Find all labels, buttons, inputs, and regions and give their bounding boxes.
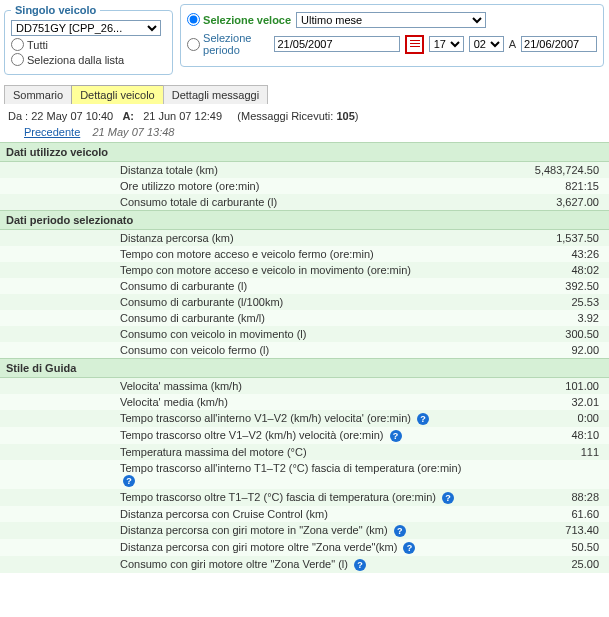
row-value: 25.53 bbox=[479, 294, 609, 310]
date-to-input[interactable] bbox=[521, 36, 597, 52]
table-row: Consumo con giri motore oltre "Zona Verd… bbox=[0, 556, 609, 573]
tab-vehicle[interactable]: Dettagli veicolo bbox=[71, 85, 164, 104]
row-label: Distanza totale (km) bbox=[0, 162, 479, 178]
row-value: 61.60 bbox=[479, 506, 609, 522]
row-label: Consumo di carburante (l/100km) bbox=[0, 294, 479, 310]
quick-select-radio[interactable]: Selezione veloce bbox=[187, 13, 291, 26]
table-row: Distanza percorsa con giri motore in "Zo… bbox=[0, 522, 609, 539]
msgs-close: ) bbox=[355, 110, 359, 122]
from-value: 22 May 07 10:40 bbox=[31, 110, 113, 122]
table-row: Consumo di carburante (l/100km)25.53 bbox=[0, 294, 609, 310]
help-icon[interactable]: ? bbox=[442, 492, 454, 504]
row-value: 48:02 bbox=[479, 262, 609, 278]
row-value: 392.50 bbox=[479, 278, 609, 294]
table-row: Distanza percorsa (km)1,537.50 bbox=[0, 230, 609, 246]
row-value: 1,537.50 bbox=[479, 230, 609, 246]
opt-list-input[interactable] bbox=[11, 53, 24, 66]
row-label: Tempo trascorso all'interno T1–T2 (°C) f… bbox=[0, 460, 479, 489]
date-from-input[interactable] bbox=[274, 36, 400, 52]
table-row: Tempo trascorso oltre T1–T2 (°C) fascia … bbox=[0, 489, 609, 506]
quick-select-label: Selezione veloce bbox=[203, 14, 291, 26]
row-value: 50.50 bbox=[479, 539, 609, 556]
row-label: Velocita' massima (km/h) bbox=[0, 378, 479, 394]
section-title: Dati utilizzo veicolo bbox=[0, 142, 609, 162]
period-input[interactable] bbox=[187, 38, 200, 51]
table-row: Tempo con motore acceso e veicolo fermo … bbox=[0, 246, 609, 262]
tab-summary[interactable]: Sommario bbox=[4, 85, 72, 104]
opt-all-label: Tutti bbox=[27, 39, 48, 51]
row-value: 101.00 bbox=[479, 378, 609, 394]
msgs-label: (Messaggi Ricevuti: bbox=[237, 110, 336, 122]
quick-range-select[interactable]: Ultimo mese bbox=[296, 12, 486, 28]
row-value: 111 bbox=[479, 444, 609, 460]
table-row: Consumo di carburante (km/l)3.92 bbox=[0, 310, 609, 326]
quick-select-input[interactable] bbox=[187, 13, 200, 26]
help-icon[interactable]: ? bbox=[403, 542, 415, 554]
row-value: 32.01 bbox=[479, 394, 609, 410]
row-label: Distanza percorsa con giri motore oltre … bbox=[0, 539, 479, 556]
row-value bbox=[479, 460, 609, 489]
row-label: Consumo con veicolo fermo (l) bbox=[0, 342, 479, 358]
row-value: 88:28 bbox=[479, 489, 609, 506]
filter-bar: Singolo veicolo DD751GY [CPP_26... Tutti… bbox=[0, 0, 609, 79]
row-value: 43:26 bbox=[479, 246, 609, 262]
help-icon[interactable]: ? bbox=[390, 430, 402, 442]
row-label: Velocita' media (km/h) bbox=[0, 394, 479, 410]
calendar-icon[interactable] bbox=[405, 35, 423, 54]
opt-list-label: Seleziona dalla lista bbox=[27, 54, 124, 66]
row-label: Consumo con giri motore oltre "Zona Verd… bbox=[0, 556, 479, 573]
table-row: Tempo trascorso oltre V1–V2 (km/h) veloc… bbox=[0, 427, 609, 444]
data-table: Distanza totale (km)5,483,724.50Ore util… bbox=[0, 162, 609, 210]
opt-all-input[interactable] bbox=[11, 38, 24, 51]
table-row: Distanza percorsa con giri motore oltre … bbox=[0, 539, 609, 556]
row-label: Tempo trascorso all'interno V1–V2 (km/h)… bbox=[0, 410, 479, 427]
row-label: Temperatura massima del motore (°C) bbox=[0, 444, 479, 460]
table-row: Consumo di carburante (l)392.50 bbox=[0, 278, 609, 294]
period-fieldset: Selezione veloce Ultimo mese Selezione p… bbox=[180, 4, 604, 67]
row-label: Tempo con motore acceso e veicolo in mov… bbox=[0, 262, 479, 278]
help-icon[interactable]: ? bbox=[394, 525, 406, 537]
table-row: Velocita' massima (km/h)101.00 bbox=[0, 378, 609, 394]
period-sep: A bbox=[509, 38, 516, 50]
row-label: Distanza percorsa con Cruise Control (km… bbox=[0, 506, 479, 522]
opt-list-radio[interactable]: Seleziona dalla lista bbox=[11, 53, 166, 66]
row-label: Consumo di carburante (l) bbox=[0, 278, 479, 294]
section-title: Dati periodo selezionato bbox=[0, 210, 609, 230]
previous-line: Precedente 21 May 07 13:48 bbox=[0, 126, 609, 142]
row-label: Consumo con veicolo in movimento (l) bbox=[0, 326, 479, 342]
table-row: Temperatura massima del motore (°C)111 bbox=[0, 444, 609, 460]
row-value: 48:10 bbox=[479, 427, 609, 444]
row-value: 713.40 bbox=[479, 522, 609, 539]
data-table: Velocita' massima (km/h)101.00Velocita' … bbox=[0, 378, 609, 573]
table-row: Consumo con veicolo fermo (l)92.00 bbox=[0, 342, 609, 358]
row-label: Ore utilizzo motore (ore:min) bbox=[0, 178, 479, 194]
opt-all-radio[interactable]: Tutti bbox=[11, 38, 166, 51]
table-row: Distanza totale (km)5,483,724.50 bbox=[0, 162, 609, 178]
from-label: Da : bbox=[8, 110, 28, 122]
row-label: Distanza percorsa (km) bbox=[0, 230, 479, 246]
table-row: Consumo con veicolo in movimento (l)300.… bbox=[0, 326, 609, 342]
data-table: Distanza percorsa (km)1,537.50Tempo con … bbox=[0, 230, 609, 358]
help-icon[interactable]: ? bbox=[354, 559, 366, 571]
previous-value: 21 May 07 13:48 bbox=[93, 126, 175, 138]
period-radio[interactable]: Selezione periodo bbox=[187, 32, 269, 56]
tab-messages[interactable]: Dettagli messaggi bbox=[163, 85, 268, 104]
previous-link[interactable]: Precedente bbox=[24, 126, 80, 138]
to-label: A: bbox=[122, 110, 134, 122]
row-value: 25.00 bbox=[479, 556, 609, 573]
row-label: Consumo di carburante (km/l) bbox=[0, 310, 479, 326]
help-icon[interactable]: ? bbox=[123, 475, 135, 487]
vehicle-select[interactable]: DD751GY [CPP_26... bbox=[11, 20, 161, 36]
table-row: Ore utilizzo motore (ore:min)821:15 bbox=[0, 178, 609, 194]
tabs-bar: SommarioDettagli veicoloDettagli messagg… bbox=[4, 85, 605, 104]
table-row: Velocita' media (km/h)32.01 bbox=[0, 394, 609, 410]
period-label: Selezione periodo bbox=[203, 32, 269, 56]
row-value: 3.92 bbox=[479, 310, 609, 326]
row-value: 92.00 bbox=[479, 342, 609, 358]
minute-select[interactable]: 02 bbox=[469, 36, 504, 52]
row-value: 821:15 bbox=[479, 178, 609, 194]
help-icon[interactable]: ? bbox=[417, 413, 429, 425]
period-info: Da : 22 May 07 10:40 A: 21 Jun 07 12:49 … bbox=[0, 106, 609, 126]
row-label: Tempo trascorso oltre V1–V2 (km/h) veloc… bbox=[0, 427, 479, 444]
hour-select[interactable]: 17 bbox=[429, 36, 464, 52]
